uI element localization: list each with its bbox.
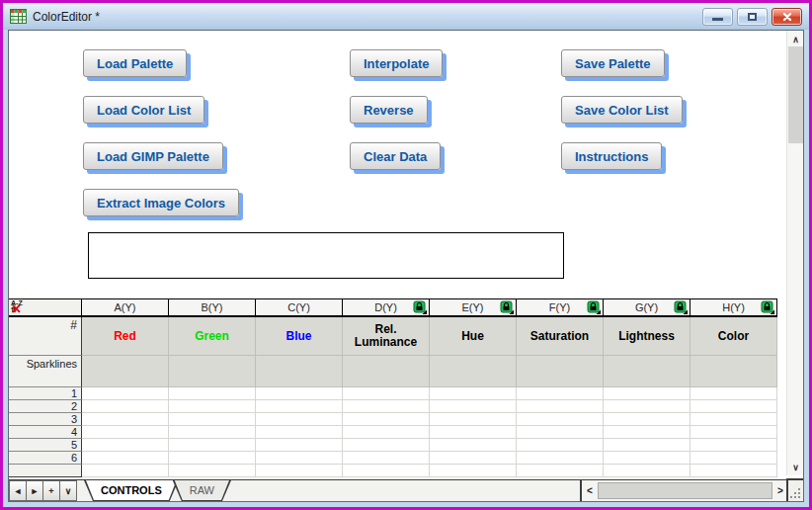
column-header-f[interactable]: F(Y) (517, 298, 604, 317)
add-sheet-button[interactable]: + (42, 480, 60, 501)
column-header-c[interactable]: C(Y) (256, 298, 343, 317)
column-header-b[interactable]: B(Y) (169, 298, 256, 317)
data-row-3: 3 (9, 413, 777, 426)
row-cells[interactable] (82, 465, 777, 477)
close-icon (782, 12, 792, 22)
extract-image-colors-button[interactable]: Extract Image Colors (83, 189, 239, 216)
row-cells[interactable] (82, 439, 777, 452)
row-cells[interactable] (82, 426, 777, 439)
worksheet-icon (10, 9, 27, 24)
scroll-down-icon[interactable]: ∨ (787, 460, 804, 474)
row-header-4[interactable]: 4 (9, 426, 82, 439)
scroll-left-icon[interactable]: < (582, 480, 598, 501)
load-color-list-button[interactable]: Load Color List (83, 96, 204, 124)
column-header-h[interactable]: H(Y) (690, 298, 777, 317)
interpolate-button[interactable]: Interpolate (350, 49, 443, 77)
row-cells[interactable] (82, 413, 777, 426)
row-header-2[interactable]: 2 (9, 400, 82, 413)
row-header-3[interactable]: 3 (9, 413, 82, 426)
minimize-button[interactable] (702, 8, 733, 26)
row-cells[interactable] (82, 400, 777, 413)
long-name-row-header[interactable]: # (9, 317, 82, 356)
long-name-lightness[interactable]: Lightness (604, 317, 690, 356)
restore-icon (748, 13, 757, 21)
column-header-e[interactable]: E(Y) (430, 298, 517, 317)
sparklines-cells[interactable] (82, 356, 777, 387)
vertical-scrollbar[interactable]: ∧ ∨ (786, 31, 803, 475)
horizontal-scroll-thumb[interactable] (598, 482, 772, 499)
data-row-1: 1 (9, 387, 777, 400)
lock-icon[interactable] (587, 300, 601, 314)
long-name-blue[interactable]: Blue (256, 317, 343, 356)
row-header-6[interactable]: 6 (9, 452, 82, 465)
restore-button[interactable] (737, 8, 768, 26)
lock-icon[interactable] (500, 300, 514, 314)
reverse-button[interactable]: Reverse (350, 96, 428, 124)
long-name-color[interactable]: Color (690, 317, 777, 356)
sparklines-row: Sparklines (9, 356, 777, 387)
sheet-nav-last-button[interactable]: ► (26, 480, 43, 501)
long-name-row: # Red Green Blue Rel. Luminance Hue Satu… (9, 317, 777, 356)
tab-controls[interactable]: CONTROLS (84, 480, 179, 501)
palette-list-box[interactable] (88, 232, 564, 279)
row-cells[interactable] (82, 452, 777, 465)
column-header-d[interactable]: D(Y) (343, 298, 430, 317)
data-row-6: 6 (9, 452, 777, 465)
worksheet: A-Z⇅ ✕ A(Y) B(Y) C(Y) D(Y) E(Y) F(Y) G(Y… (9, 298, 777, 477)
sheet-nav-first-button[interactable]: ◄ (9, 480, 27, 501)
clear-data-button[interactable]: Clear Data (350, 142, 441, 170)
column-header-a[interactable]: A(Y) (82, 298, 169, 317)
data-row-7 (9, 465, 777, 477)
grip-dots-icon (790, 496, 792, 498)
scroll-up-icon[interactable]: ∧ (787, 32, 804, 46)
window-title: ColorEditor * (33, 10, 100, 24)
title-bar[interactable]: ColorEditor * (3, 3, 809, 30)
data-row-4: 4 (9, 426, 777, 439)
column-header-row: A-Z⇅ ✕ A(Y) B(Y) C(Y) D(Y) E(Y) F(Y) G(Y… (9, 298, 777, 317)
long-name-red[interactable]: Red (82, 317, 169, 356)
load-palette-button[interactable]: Load Palette (83, 49, 187, 77)
row-header-7[interactable] (9, 465, 82, 477)
coloreditor-window: ColorEditor * Load Palette Load Color Li… (0, 0, 812, 510)
sheet-list-button[interactable]: ∨ (59, 480, 77, 501)
sort-disabled-icon: A-Z⇅ ✕ (11, 299, 33, 316)
row-header-1[interactable]: 1 (9, 387, 82, 400)
save-color-list-button[interactable]: Save Color List (561, 96, 683, 124)
resize-grip[interactable] (786, 478, 803, 501)
data-row-5: 5 (9, 439, 777, 452)
vertical-scroll-thumb[interactable] (788, 46, 803, 143)
column-header-g[interactable]: G(Y) (604, 298, 690, 317)
lock-icon[interactable] (674, 300, 688, 314)
save-palette-button[interactable]: Save Palette (561, 49, 665, 77)
lock-icon[interactable] (413, 300, 427, 314)
horizontal-scrollbar[interactable]: < > (580, 480, 788, 501)
data-row-2: 2 (9, 400, 777, 413)
corner-cell[interactable]: A-Z⇅ ✕ (9, 298, 82, 317)
long-name-hue[interactable]: Hue (430, 317, 517, 356)
close-button[interactable] (771, 8, 802, 26)
tab-raw[interactable]: RAW (173, 480, 231, 501)
long-name-green[interactable]: Green (169, 317, 256, 356)
instructions-button[interactable]: Instructions (561, 142, 662, 170)
load-gimp-palette-button[interactable]: Load GIMP Palette (83, 142, 223, 170)
sheet-tabs: CONTROLS RAW (84, 480, 225, 501)
row-header-5[interactable]: 5 (9, 439, 82, 452)
row-cells[interactable] (82, 387, 777, 400)
long-name-rel-luminance[interactable]: Rel. Luminance (343, 317, 430, 356)
sheet-tab-bar: ◄ ► + ∨ CONTROLS RAW < > (9, 479, 788, 501)
minimize-icon (712, 18, 723, 21)
long-name-saturation[interactable]: Saturation (517, 317, 604, 356)
lock-icon[interactable] (761, 300, 774, 314)
client-area: Load Palette Load Color List Load GIMP P… (8, 30, 804, 502)
sparklines-row-header[interactable]: Sparklines (9, 356, 82, 387)
